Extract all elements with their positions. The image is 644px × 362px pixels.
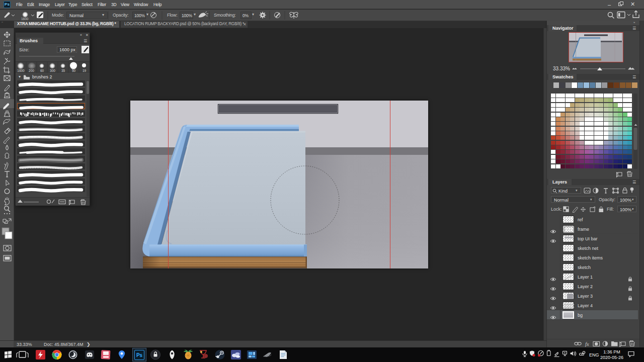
svg-text:fx: fx: [585, 341, 589, 347]
